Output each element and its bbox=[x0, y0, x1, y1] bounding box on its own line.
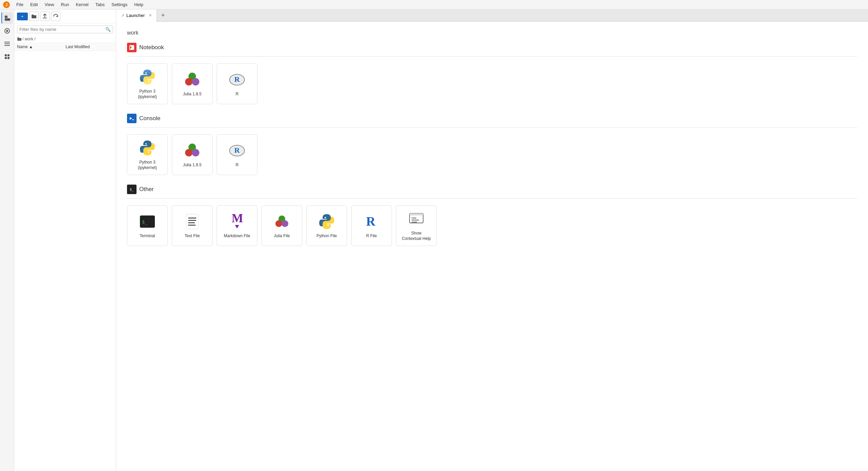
svg-rect-12 bbox=[7, 57, 10, 59]
svg-marker-28 bbox=[130, 117, 132, 120]
tab-launcher[interactable]: ↗ Launcher ✕ bbox=[116, 10, 157, 22]
svg-point-49 bbox=[275, 220, 282, 227]
textfile-card[interactable]: Text File bbox=[172, 205, 213, 246]
python-notebook-label: Python 3(ipykernel) bbox=[138, 89, 157, 99]
terminal-card[interactable]: $_ Terminal bbox=[127, 205, 168, 246]
python-console-label: Python 3(ipykernel) bbox=[138, 160, 157, 170]
breadcrumb-path: / work / bbox=[22, 37, 36, 41]
file-panel: + 🔍 bbox=[14, 10, 116, 471]
contextual-help-label: ShowContextual Help bbox=[402, 231, 431, 241]
menu-file[interactable]: File bbox=[14, 1, 26, 8]
notebook-section: Notebook bbox=[127, 43, 857, 104]
file-toolbar: + bbox=[14, 10, 116, 23]
svg-marker-47 bbox=[235, 225, 239, 228]
svg-rect-15 bbox=[43, 18, 47, 18]
svg-point-52 bbox=[327, 225, 329, 226]
notebook-python-card[interactable]: Python 3(ipykernel) bbox=[127, 63, 168, 104]
content-area: ↗ Launcher ✕ + work Notebook bbox=[116, 10, 868, 471]
svg-rect-43 bbox=[188, 220, 196, 221]
r-console-icon: R bbox=[228, 142, 246, 160]
console-section-title: Console bbox=[127, 114, 857, 123]
python-file-icon bbox=[318, 212, 336, 231]
python-file-card[interactable]: Python File bbox=[306, 205, 347, 246]
menu-edit[interactable]: Edit bbox=[28, 1, 40, 8]
svg-text:$_: $_ bbox=[130, 188, 134, 192]
upload-button[interactable] bbox=[40, 12, 50, 21]
svg-point-30 bbox=[145, 143, 147, 145]
notebook-r-card[interactable]: R R bbox=[217, 63, 257, 104]
svg-point-20 bbox=[145, 72, 147, 74]
other-kernel-grid: $_ Terminal bbox=[127, 205, 857, 246]
folder-breadcrumb-icon bbox=[17, 37, 22, 41]
svg-rect-6 bbox=[4, 42, 10, 42]
other-badge: $_ bbox=[127, 185, 137, 194]
sidebar-commands-btn[interactable] bbox=[1, 38, 13, 50]
svg-rect-2 bbox=[5, 16, 7, 18]
notebook-kernel-grid: Python 3(ipykernel) Julia 1.8.5 bbox=[127, 63, 857, 104]
r-console-label: R bbox=[236, 163, 239, 168]
console-python-card[interactable]: Python 3(ipykernel) bbox=[127, 134, 168, 175]
console-julia-card[interactable]: Julia 1.8.5 bbox=[172, 134, 213, 175]
svg-rect-9 bbox=[5, 54, 7, 56]
tab-launcher-label: Launcher bbox=[126, 13, 145, 18]
notebook-section-title: Notebook bbox=[127, 43, 857, 52]
julia-file-card[interactable]: Julia File bbox=[261, 205, 302, 246]
sidebar-extensions-btn[interactable] bbox=[1, 51, 13, 62]
menu-run[interactable]: Run bbox=[58, 1, 72, 8]
markdown-label: Markdown File bbox=[224, 233, 250, 239]
python-notebook-icon bbox=[138, 68, 157, 86]
menu-settings[interactable]: Settings bbox=[109, 1, 130, 8]
tab-add-button[interactable]: + bbox=[157, 10, 169, 22]
icon-sidebar bbox=[0, 10, 14, 471]
plus-icon: + bbox=[21, 14, 24, 19]
console-divider bbox=[127, 127, 857, 128]
svg-rect-44 bbox=[188, 222, 195, 223]
console-kernel-grid: Python 3(ipykernel) Julia 1.8.5 bbox=[127, 134, 857, 175]
menu-help[interactable]: Help bbox=[131, 1, 146, 8]
refresh-button[interactable] bbox=[51, 12, 60, 21]
menu-kernel[interactable]: Kernel bbox=[73, 1, 91, 8]
contextual-help-icon bbox=[407, 210, 426, 228]
sidebar-running-btn[interactable] bbox=[1, 25, 13, 37]
svg-rect-58 bbox=[412, 222, 417, 223]
svg-rect-56 bbox=[412, 218, 416, 219]
main-layout: + 🔍 bbox=[0, 10, 868, 471]
r-file-card[interactable]: R R File bbox=[351, 205, 392, 246]
svg-rect-8 bbox=[4, 45, 10, 46]
svg-rect-17 bbox=[17, 38, 21, 41]
search-input[interactable] bbox=[19, 27, 105, 32]
svg-rect-14 bbox=[32, 15, 36, 18]
menu-tabs[interactable]: Tabs bbox=[93, 1, 107, 8]
svg-rect-3 bbox=[5, 18, 10, 21]
markdown-card[interactable]: M Markdown File bbox=[217, 205, 257, 246]
svg-rect-57 bbox=[412, 220, 419, 221]
notebook-julia-card[interactable]: Julia 1.8.5 bbox=[172, 63, 213, 104]
search-icon: 🔍 bbox=[105, 27, 111, 32]
console-section: Console Python bbox=[127, 114, 857, 175]
new-button[interactable]: + bbox=[17, 13, 28, 20]
modified-column-header[interactable]: Last Modified bbox=[66, 44, 113, 49]
svg-rect-10 bbox=[7, 54, 10, 56]
tab-close-button[interactable]: ✕ bbox=[149, 13, 152, 18]
textfile-icon bbox=[183, 212, 201, 231]
console-r-card[interactable]: R R bbox=[217, 134, 257, 175]
terminal-icon: $_ bbox=[138, 212, 157, 231]
new-folder-button[interactable] bbox=[29, 12, 39, 21]
svg-point-51 bbox=[325, 217, 326, 218]
svg-point-34 bbox=[192, 149, 199, 156]
svg-rect-55 bbox=[410, 213, 423, 215]
julia-notebook-icon bbox=[183, 71, 201, 89]
svg-text:J: J bbox=[5, 3, 7, 7]
julia-notebook-label: Julia 1.8.5 bbox=[183, 92, 202, 97]
julia-console-icon bbox=[183, 142, 201, 160]
svg-text:R: R bbox=[366, 214, 376, 228]
svg-point-33 bbox=[185, 149, 193, 156]
menu-view[interactable]: View bbox=[42, 1, 57, 8]
svg-point-24 bbox=[192, 78, 199, 86]
notebook-divider bbox=[127, 56, 857, 57]
contextual-help-card[interactable]: ShowContextual Help bbox=[396, 205, 437, 246]
sidebar-files-btn[interactable] bbox=[1, 12, 13, 24]
other-section: $_ Other $_ Term bbox=[127, 185, 857, 246]
search-box[interactable]: 🔍 bbox=[17, 25, 113, 33]
name-column-header[interactable]: Name ▲ bbox=[17, 44, 66, 49]
